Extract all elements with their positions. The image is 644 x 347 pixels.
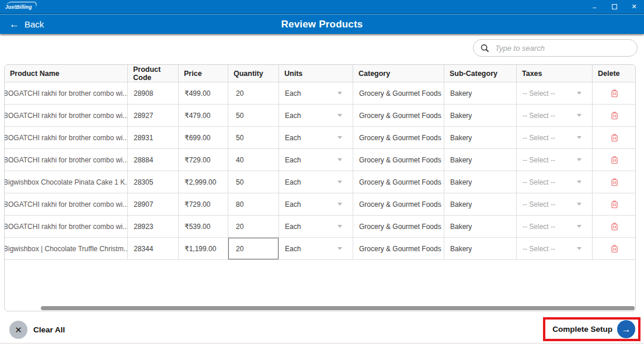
close-button[interactable]: ✕ [624, 0, 644, 13]
taxes-dropdown[interactable]: -- Select -- [517, 193, 593, 216]
quantity-cell[interactable]: 50 [228, 171, 279, 193]
clear-x-icon: ✕ [9, 321, 27, 339]
minimize-button[interactable]: – [584, 0, 604, 13]
delete-button[interactable] [607, 175, 622, 190]
trash-icon [611, 178, 618, 186]
product-name-cell: Bigwishbox | Chocolate Truffle Christm..… [5, 238, 128, 260]
category-cell: Grocery & Gourmet Foods [353, 127, 444, 149]
taxes-dropdown[interactable]: -- Select -- [517, 127, 593, 149]
units-dropdown[interactable]: Each [279, 238, 353, 260]
clear-all-label: Clear All [33, 325, 65, 334]
delete-button[interactable] [607, 130, 622, 145]
delete-button[interactable] [607, 219, 622, 234]
logo-swoosh-icon [6, 2, 37, 6]
taxes-value: -- Select -- [523, 112, 555, 120]
units-dropdown[interactable]: Each [279, 105, 353, 127]
chevron-down-icon [577, 225, 582, 228]
delete-cell [593, 171, 636, 193]
delete-cell [593, 238, 636, 260]
table-row: BOGATCHI rakhi for brother combo wi... 2… [5, 149, 635, 171]
taxes-dropdown[interactable]: -- Select -- [517, 238, 593, 260]
price-cell: ₹729.00 [179, 149, 228, 171]
minimize-icon: – [593, 4, 596, 11]
quantity-cell[interactable]: 50 [228, 127, 279, 149]
price-cell: ₹729.00 [179, 193, 228, 216]
units-dropdown[interactable]: Each [279, 82, 353, 105]
category-cell: Grocery & Gourmet Foods [353, 105, 444, 127]
header-category: Category [353, 65, 444, 82]
delete-button[interactable] [607, 241, 622, 256]
price-cell: ₹699.00 [179, 127, 228, 149]
sub-category-cell: Bakery [444, 82, 517, 105]
units-dropdown[interactable]: Each [279, 127, 353, 149]
taxes-value: -- Select -- [523, 156, 555, 164]
taxes-dropdown[interactable]: -- Select -- [517, 171, 593, 193]
delete-button[interactable] [607, 152, 622, 168]
quantity-cell[interactable]: 80 [228, 193, 279, 216]
chevron-down-icon [337, 181, 342, 183]
units-dropdown[interactable]: Each [279, 193, 353, 216]
trash-icon [611, 133, 618, 142]
search-icon [481, 44, 489, 53]
chevron-down-icon [577, 136, 582, 139]
units-dropdown[interactable]: Each [279, 149, 353, 171]
taxes-dropdown[interactable]: -- Select -- [517, 105, 593, 127]
back-button[interactable]: ← Back [9, 19, 44, 29]
delete-button[interactable] [607, 86, 622, 101]
search-input[interactable] [495, 44, 630, 53]
chevron-down-icon [337, 136, 342, 139]
quantity-cell[interactable]: 50 [228, 105, 279, 127]
chevron-down-icon [577, 158, 582, 161]
units-value: Each [285, 223, 301, 231]
price-cell: ₹479.00 [179, 105, 228, 127]
quantity-cell[interactable]: 20 [228, 216, 279, 238]
quantity-cell[interactable]: 20 [228, 238, 279, 260]
clear-all-button[interactable]: ✕ Clear All [9, 321, 65, 339]
price-cell: ₹1,199.00 [179, 238, 228, 260]
category-cell: Grocery & Gourmet Foods [353, 216, 444, 238]
taxes-dropdown[interactable]: -- Select -- [517, 216, 593, 238]
table-body: BOGATCHI rakhi for brother combo wi... 2… [5, 82, 635, 260]
units-value: Each [285, 89, 301, 98]
category-cell: Grocery & Gourmet Foods [353, 238, 444, 260]
units-dropdown[interactable]: Each [279, 216, 353, 238]
table-row: BOGATCHI rakhi for brother combo wi... 2… [5, 82, 635, 105]
taxes-dropdown[interactable]: -- Select -- [517, 149, 593, 171]
sub-category-cell: Bakery [444, 193, 517, 216]
header-quantity: Quantity [228, 65, 279, 82]
taxes-value: -- Select -- [523, 245, 555, 253]
quantity-value: 50 [236, 178, 243, 186]
product-name-cell: BOGATCHI rakhi for brother combo wi... [5, 193, 128, 216]
taxes-dropdown[interactable]: -- Select -- [517, 82, 593, 105]
product-name-cell: BOGATCHI rakhi for brother combo wi... [5, 149, 128, 171]
delete-button[interactable] [607, 108, 622, 123]
trash-icon [611, 89, 618, 98]
product-name-cell: BOGATCHI rakhi for brother combo wi... [5, 127, 128, 149]
horizontal-scrollbar[interactable] [41, 306, 635, 310]
product-name-cell: Bigwishbox Chocolate Pinata Cake 1 K... [5, 171, 128, 193]
delete-cell [593, 216, 636, 238]
complete-setup-highlight: Complete Setup → [543, 317, 640, 341]
close-icon: ✕ [631, 3, 636, 11]
product-name-cell: BOGATCHI rakhi for brother combo wi... [5, 82, 128, 105]
complete-setup-button[interactable]: → [617, 320, 635, 338]
units-value: Each [285, 178, 301, 186]
table-row: BOGATCHI rakhi for brother combo wi... 2… [5, 193, 635, 216]
page-title: Review Products [0, 19, 644, 30]
delete-cell [593, 127, 636, 149]
delete-button[interactable] [607, 197, 622, 212]
quantity-cell[interactable]: 40 [228, 149, 279, 171]
maximize-button[interactable] [604, 0, 624, 13]
product-code-cell: 28908 [128, 82, 179, 105]
header-taxes: Taxes [517, 65, 593, 82]
product-code-cell: 28884 [128, 149, 179, 171]
header-sub-category: Sub-Category [444, 65, 517, 82]
chevron-down-icon [577, 92, 582, 95]
product-name-cell: BOGATCHI rakhi for brother combo wi... [5, 105, 128, 127]
product-code-cell: 28923 [128, 216, 179, 238]
units-dropdown[interactable]: Each [279, 171, 353, 193]
maximize-icon [612, 4, 617, 9]
quantity-cell[interactable]: 20 [228, 82, 279, 105]
back-arrow-icon: ← [9, 19, 19, 29]
chevron-down-icon [337, 114, 342, 117]
